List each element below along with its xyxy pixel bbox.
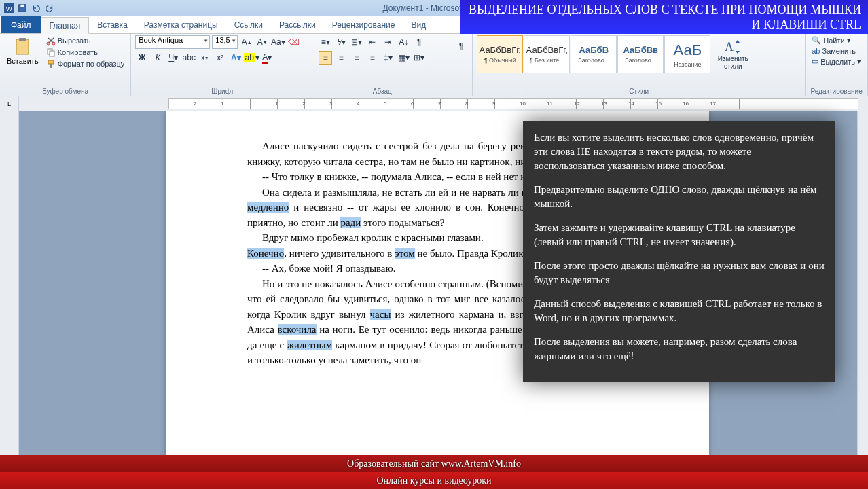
align-center-icon[interactable]: ≡ — [334, 51, 348, 65]
footer-site: Образовательный сайт www.ArtemVM.info — [0, 455, 868, 472]
paste-button[interactable]: Вставить — [4, 35, 41, 87]
group-label-font: Шрифт — [135, 87, 310, 96]
grow-font-icon[interactable]: A▲ — [240, 35, 253, 49]
tab-file[interactable]: Файл — [1, 16, 41, 33]
style-normal[interactable]: АаБбВвГг,¶ Обычный — [477, 35, 523, 73]
underline-button[interactable]: Ч▾ — [166, 51, 180, 65]
selected-word: часы — [370, 309, 391, 320]
replace-button[interactable]: abЗаменить — [810, 46, 863, 56]
word-icon[interactable]: W — [3, 2, 15, 14]
copy-button[interactable]: Копировать — [44, 47, 127, 58]
style-gallery[interactable]: АаБбВвГг,¶ Обычный АаБбВвГг,¶ Без инте..… — [477, 35, 710, 87]
svg-text:A: A — [725, 40, 734, 54]
selected-word: вскочила — [278, 324, 317, 335]
selected-word: Конечно — [247, 248, 284, 259]
ruler-vertical[interactable] — [0, 111, 19, 455]
svg-rect-5 — [19, 38, 26, 41]
paste-label: Вставить — [7, 57, 39, 65]
style-heading1[interactable]: АаБбВЗаголово... — [571, 35, 617, 73]
shrink-font-icon[interactable]: A▼ — [255, 35, 269, 49]
change-case-icon[interactable]: Aa▾ — [271, 35, 285, 49]
footer-banner: Образовательный сайт www.ArtemVM.info Он… — [0, 455, 868, 489]
style-nospacing[interactable]: АаБбВвГг,¶ Без инте... — [524, 35, 570, 73]
footer-tagline: Онлайн курсы и видеоуроки — [0, 472, 868, 489]
align-right-icon[interactable]: ≡ — [350, 51, 363, 65]
svg-rect-11 — [50, 64, 52, 68]
text-effects-icon[interactable]: A▾ — [229, 51, 242, 65]
tip-text: Данный способ выделения с клавишей CTRL … — [534, 297, 825, 325]
save-icon[interactable] — [16, 2, 29, 14]
selected-word: жилетным — [287, 340, 332, 350]
highlight-icon[interactable]: ab▾ — [245, 51, 258, 65]
show-marks-icon[interactable]: ¶ — [454, 39, 468, 53]
tip-text: Затем зажмите и удерживайте клавишу CTRL… — [534, 221, 825, 249]
tip-text: Если вы хотите выделить несколько слов о… — [534, 130, 825, 173]
tutorial-title-overlay: ВЫДЕЛЕНИЕ ОТДЕЛЬНЫХ СЛОВ С ТЕКСТЕ ПРИ ПО… — [460, 0, 868, 34]
tab-refs[interactable]: Ссылки — [226, 16, 271, 33]
tab-insert[interactable]: Вставка — [89, 16, 136, 33]
undo-icon[interactable] — [30, 2, 42, 14]
outdent-icon[interactable]: ⇤ — [365, 35, 379, 49]
group-label-styles: Стили — [477, 87, 801, 96]
group-paragraph: ≡▾ ⅟▾ ⊟▾ ⇤ ⇥ A↓ ¶ ≡ ≡ ≡ ≡ ‡▾ ▦▾ ⊞▾ Абзац — [314, 34, 450, 96]
cut-button[interactable]: Вырезать — [44, 35, 127, 46]
clear-format-icon[interactable]: ⌫ — [287, 35, 300, 49]
tip-text: После этого просто дважды щёлкайте на ну… — [534, 259, 825, 287]
tip-text: После выделения вы можете, например, раз… — [534, 335, 825, 363]
svg-rect-3 — [20, 5, 24, 7]
justify-icon[interactable]: ≡ — [365, 51, 379, 65]
tip-text: Предварительно выделите ОДНО слово, дваж… — [534, 183, 825, 211]
font-size-combo[interactable]: 13,5 — [212, 35, 238, 49]
font-color-icon[interactable]: A▾ — [260, 51, 274, 65]
style-title[interactable]: АаБНазвание — [664, 35, 710, 73]
quick-access-toolbar: W — [3, 2, 56, 14]
group-editing: 🔍Найти ▾ abЗаменить ▭Выделить ▾ Редактир… — [806, 34, 868, 96]
ribbon: Вставить Вырезать Копировать Формат по о… — [0, 34, 868, 96]
tab-review[interactable]: Рецензирование — [324, 16, 403, 33]
ruler-horizontal[interactable]: L 3211234567891011121314151617 — [0, 96, 868, 111]
group-clipboard: Вставить Вырезать Копировать Формат по о… — [0, 34, 131, 96]
group-styles: АаБбВвГг,¶ Обычный АаБбВвГг,¶ Без инте..… — [473, 34, 806, 96]
borders-icon[interactable]: ⊞▾ — [412, 51, 426, 65]
selected-word: этом — [395, 248, 415, 259]
svg-rect-10 — [48, 60, 54, 64]
group-label-editing: Редактирование — [810, 87, 863, 96]
multilevel-icon[interactable]: ⊟▾ — [350, 35, 363, 49]
line-spacing-icon[interactable]: ‡▾ — [381, 51, 395, 65]
tutorial-tip-panel: Если вы хотите выделить несколько слов о… — [523, 121, 835, 382]
shading-icon[interactable]: ▦▾ — [397, 51, 410, 65]
group-font: Book Antiqua 13,5 A▲ A▼ Aa▾ ⌫ Ж К Ч▾ abc… — [131, 34, 314, 96]
select-button[interactable]: ▭Выделить ▾ — [810, 56, 863, 67]
tab-selector[interactable]: L — [0, 96, 19, 111]
format-painter-button[interactable]: Формат по образцу — [44, 58, 127, 69]
redo-icon[interactable] — [43, 2, 56, 14]
indent-icon[interactable]: ⇥ — [381, 35, 395, 49]
selected-word: ради — [340, 217, 361, 228]
numbering-icon[interactable]: ⅟▾ — [334, 35, 348, 49]
bullets-icon[interactable]: ≡▾ — [319, 35, 332, 49]
bold-button[interactable]: Ж — [135, 51, 149, 65]
group-show-marks: ¶ — [450, 34, 473, 96]
style-heading2[interactable]: АаБбВвЗаголово... — [617, 35, 664, 73]
strike-button[interactable]: abc — [182, 51, 196, 65]
font-name-combo[interactable]: Book Antiqua — [135, 35, 210, 49]
group-label-clipboard: Буфер обмена — [4, 87, 126, 96]
subscript-button[interactable]: x₂ — [198, 51, 211, 65]
svg-rect-9 — [50, 51, 54, 56]
tab-view[interactable]: Вид — [403, 16, 434, 33]
selected-word: медленно — [247, 202, 289, 213]
pilcrow-icon[interactable]: ¶ — [412, 35, 426, 49]
vertical-scrollbar[interactable] — [857, 111, 868, 455]
svg-text:W: W — [6, 5, 13, 12]
group-label-paragraph: Абзац — [319, 87, 446, 96]
tab-mail[interactable]: Рассылки — [271, 16, 324, 33]
tab-layout[interactable]: Разметка страницы — [136, 16, 226, 33]
align-left-icon[interactable]: ≡ — [319, 51, 332, 65]
italic-button[interactable]: К — [151, 51, 164, 65]
find-button[interactable]: 🔍Найти ▾ — [810, 35, 863, 46]
tab-home[interactable]: Главная — [41, 17, 90, 34]
svg-rect-4 — [16, 39, 29, 54]
change-styles-button[interactable]: A Изменить стили — [717, 35, 748, 73]
superscript-button[interactable]: x² — [213, 51, 227, 65]
sort-icon[interactable]: A↓ — [397, 35, 410, 49]
